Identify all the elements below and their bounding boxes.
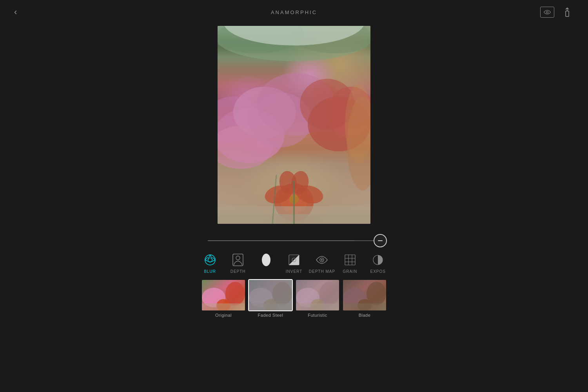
tool-invert-label: INVERT (286, 269, 303, 274)
tool-invert[interactable]: INVERT (280, 253, 308, 274)
svg-rect-55 (202, 303, 245, 310)
svg-rect-65 (296, 280, 339, 310)
photo-overlay (218, 26, 370, 224)
svg-rect-46 (345, 255, 355, 265)
slider-fill (208, 240, 354, 241)
tool-depth-map[interactable]: DEPTH MAP (308, 253, 336, 274)
app-title: ANAMORPHIC (271, 9, 317, 15)
share-icon (561, 5, 574, 19)
filter-original-overlay (202, 280, 245, 310)
eye-icon (540, 7, 554, 18)
svg-rect-1 (566, 11, 569, 16)
back-button[interactable]: ‹ (14, 7, 17, 17)
invert-icon (287, 253, 301, 267)
svg-point-0 (546, 11, 548, 13)
filter-faded-steel[interactable]: Faded Steel (247, 280, 294, 318)
slider-section (204, 240, 384, 241)
filter-futuristic-thumb (296, 280, 339, 310)
grid-icon (343, 253, 357, 267)
eye-tool-icon (315, 253, 329, 267)
back-icon: ‹ (14, 7, 17, 17)
aperture-icon (203, 253, 217, 267)
tool-vignette[interactable] (252, 253, 280, 269)
filter-futuristic-overlay (296, 280, 339, 310)
filter-original-thumb (202, 280, 245, 310)
oval-icon (259, 253, 273, 267)
tool-depth[interactable]: DEPTH (224, 253, 252, 274)
share-button[interactable] (561, 5, 574, 19)
filter-blade[interactable]: Blade (341, 280, 388, 318)
filter-blade-thumb (343, 280, 386, 310)
preview-button[interactable] (540, 7, 554, 18)
svg-rect-60 (249, 280, 292, 310)
filter-original-label: Original (215, 313, 232, 318)
filter-faded-steel-label: Faded Steel (258, 313, 283, 318)
filter-faded-steel-thumb (249, 280, 292, 310)
svg-rect-30 (218, 26, 370, 224)
tools-section: BLUR DEPTH INVERT (196, 253, 392, 274)
filter-faded-steel-overlay (249, 280, 292, 310)
svg-point-45 (321, 259, 323, 261)
tool-blur-label: BLUR (204, 269, 216, 274)
main-image (218, 26, 370, 224)
filter-blade-label: Blade (359, 313, 371, 318)
top-bar: ‹ ANAMORPHIC (0, 0, 588, 24)
tool-blur[interactable]: BLUR (196, 253, 224, 274)
halfcircle-icon (371, 253, 385, 267)
photo-canvas (218, 26, 370, 224)
svg-point-38 (208, 258, 212, 262)
tool-grain-label: GRAIN (343, 269, 358, 274)
filters-section: Original Faded Steel (196, 280, 392, 318)
slider-thumb[interactable] (374, 234, 387, 247)
filter-blade-overlay (343, 280, 386, 310)
filter-futuristic[interactable]: Futuristic (294, 280, 341, 318)
svg-point-31 (205, 255, 215, 265)
tool-grain[interactable]: GRAIN (336, 253, 364, 274)
portrait-icon (231, 253, 245, 267)
tool-depth-map-label: DEPTH MAP (309, 269, 335, 274)
tool-depth-label: DEPTH (230, 269, 246, 274)
svg-rect-70 (343, 280, 386, 310)
filter-futuristic-label: Futuristic (308, 313, 327, 318)
tool-exposure[interactable]: EXPOS (364, 253, 392, 274)
slider-track[interactable] (208, 240, 380, 241)
svg-point-40 (236, 256, 240, 260)
filter-original[interactable]: Original (200, 280, 247, 318)
tool-exposure-label: EXPOS (370, 269, 386, 274)
